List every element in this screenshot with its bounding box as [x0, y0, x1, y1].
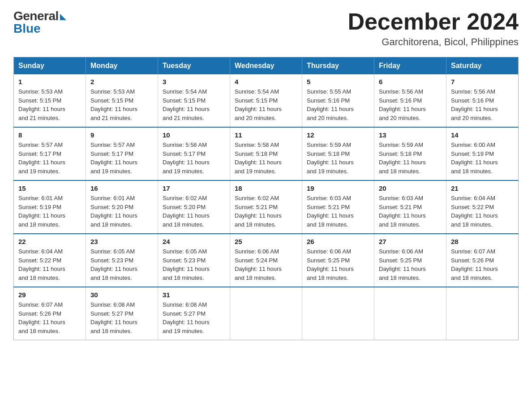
day-info: Sunrise: 6:01 AMSunset: 5:19 PMDaylight:…: [18, 195, 65, 228]
day-number: 30: [90, 291, 153, 299]
day-number: 5: [307, 78, 369, 86]
day-info: Sunrise: 6:06 AMSunset: 5:24 PMDaylight:…: [235, 248, 282, 281]
calendar-cell: 7 Sunrise: 5:56 AMSunset: 5:16 PMDayligh…: [446, 74, 519, 127]
day-number: 26: [307, 238, 369, 245]
calendar-cell: 19 Sunrise: 6:03 AMSunset: 5:21 PMDaylig…: [302, 180, 374, 234]
calendar-cell: [374, 287, 446, 340]
month-title: December 2024: [348, 9, 519, 34]
calendar-cell: 24 Sunrise: 6:05 AMSunset: 5:23 PMDaylig…: [158, 234, 230, 287]
calendar-cell: 11 Sunrise: 5:58 AMSunset: 5:18 PMDaylig…: [230, 127, 302, 180]
day-number: 7: [451, 78, 514, 86]
calendar-cell: 5 Sunrise: 5:55 AMSunset: 5:16 PMDayligh…: [302, 74, 374, 127]
weekday-header-friday: Friday: [374, 57, 446, 75]
calendar-cell: 16 Sunrise: 6:01 AMSunset: 5:20 PMDaylig…: [86, 180, 158, 234]
calendar-cell: 14 Sunrise: 6:00 AMSunset: 5:19 PMDaylig…: [446, 127, 519, 180]
day-info: Sunrise: 6:04 AMSunset: 5:22 PMDaylight:…: [18, 248, 65, 281]
calendar-cell: 21 Sunrise: 6:04 AMSunset: 5:22 PMDaylig…: [446, 180, 519, 234]
day-number: 12: [307, 131, 369, 139]
day-info: Sunrise: 6:02 AMSunset: 5:20 PMDaylight:…: [163, 195, 210, 228]
calendar-cell: 6 Sunrise: 5:56 AMSunset: 5:16 PMDayligh…: [374, 74, 446, 127]
day-info: Sunrise: 6:08 AMSunset: 5:27 PMDaylight:…: [163, 301, 210, 334]
day-info: Sunrise: 5:58 AMSunset: 5:18 PMDaylight:…: [235, 141, 282, 175]
weekday-header-tuesday: Tuesday: [158, 57, 230, 75]
day-info: Sunrise: 5:54 AMSunset: 5:15 PMDaylight:…: [163, 88, 210, 121]
calendar-cell: 12 Sunrise: 5:59 AMSunset: 5:18 PMDaylig…: [302, 127, 374, 180]
day-number: 23: [90, 238, 153, 245]
calendar-cell: 26 Sunrise: 6:06 AMSunset: 5:25 PMDaylig…: [302, 234, 374, 287]
calendar-cell: 3 Sunrise: 5:54 AMSunset: 5:15 PMDayligh…: [158, 74, 230, 127]
day-info: Sunrise: 5:57 AMSunset: 5:17 PMDaylight:…: [18, 141, 65, 175]
day-number: 3: [163, 78, 225, 86]
calendar-cell: 17 Sunrise: 6:02 AMSunset: 5:20 PMDaylig…: [158, 180, 230, 234]
day-info: Sunrise: 6:00 AMSunset: 5:19 PMDaylight:…: [451, 141, 498, 175]
day-number: 31: [163, 291, 225, 299]
day-number: 22: [18, 238, 81, 245]
day-number: 20: [379, 184, 442, 192]
day-number: 21: [451, 184, 514, 192]
day-number: 6: [379, 78, 442, 86]
calendar-cell: 29 Sunrise: 6:07 AMSunset: 5:26 PMDaylig…: [14, 287, 86, 340]
day-number: 11: [235, 131, 297, 139]
calendar-cell: 20 Sunrise: 6:03 AMSunset: 5:21 PMDaylig…: [374, 180, 446, 234]
day-info: Sunrise: 6:07 AMSunset: 5:26 PMDaylight:…: [18, 301, 65, 334]
location-title: Garchitorena, Bicol, Philippines: [348, 36, 519, 48]
day-number: 9: [90, 131, 153, 139]
calendar-cell: 8 Sunrise: 5:57 AMSunset: 5:17 PMDayligh…: [14, 127, 86, 180]
page-header: General Blue December 2024 Garchitorena,…: [13, 9, 519, 48]
day-info: Sunrise: 5:56 AMSunset: 5:16 PMDaylight:…: [451, 88, 498, 121]
day-info: Sunrise: 5:53 AMSunset: 5:15 PMDaylight:…: [90, 88, 137, 121]
day-info: Sunrise: 5:59 AMSunset: 5:18 PMDaylight:…: [379, 141, 426, 175]
day-number: 27: [379, 238, 442, 245]
day-info: Sunrise: 6:05 AMSunset: 5:23 PMDaylight:…: [90, 248, 137, 281]
day-number: 29: [18, 291, 81, 299]
day-number: 28: [451, 238, 514, 245]
weekday-header-sunday: Sunday: [14, 57, 86, 75]
weekday-header-monday: Monday: [86, 57, 158, 75]
calendar-cell: 23 Sunrise: 6:05 AMSunset: 5:23 PMDaylig…: [86, 234, 158, 287]
logo: General Blue: [13, 9, 66, 36]
weekday-header-wednesday: Wednesday: [230, 57, 302, 75]
day-info: Sunrise: 6:03 AMSunset: 5:21 PMDaylight:…: [307, 195, 354, 228]
day-number: 17: [163, 184, 225, 192]
day-number: 2: [90, 78, 153, 86]
day-number: 13: [379, 131, 442, 139]
calendar-cell: 2 Sunrise: 5:53 AMSunset: 5:15 PMDayligh…: [86, 74, 158, 127]
day-number: 25: [235, 238, 297, 245]
calendar-cell: 9 Sunrise: 5:57 AMSunset: 5:17 PMDayligh…: [86, 127, 158, 180]
day-info: Sunrise: 6:05 AMSunset: 5:23 PMDaylight:…: [163, 248, 210, 281]
day-number: 24: [163, 238, 225, 245]
day-info: Sunrise: 6:02 AMSunset: 5:21 PMDaylight:…: [235, 195, 282, 228]
calendar-cell: 25 Sunrise: 6:06 AMSunset: 5:24 PMDaylig…: [230, 234, 302, 287]
day-number: 10: [163, 131, 225, 139]
title-section: December 2024 Garchitorena, Bicol, Phili…: [348, 9, 519, 48]
calendar-cell: 10 Sunrise: 5:58 AMSunset: 5:17 PMDaylig…: [158, 127, 230, 180]
day-info: Sunrise: 6:06 AMSunset: 5:25 PMDaylight:…: [379, 248, 426, 281]
day-info: Sunrise: 6:07 AMSunset: 5:26 PMDaylight:…: [451, 248, 498, 281]
day-number: 15: [18, 184, 81, 192]
calendar-cell: 15 Sunrise: 6:01 AMSunset: 5:19 PMDaylig…: [14, 180, 86, 234]
calendar-cell: 27 Sunrise: 6:06 AMSunset: 5:25 PMDaylig…: [374, 234, 446, 287]
calendar-cell: [446, 287, 519, 340]
calendar-table: SundayMondayTuesdayWednesdayThursdayFrid…: [13, 57, 519, 340]
day-info: Sunrise: 6:08 AMSunset: 5:27 PMDaylight:…: [90, 301, 137, 334]
day-info: Sunrise: 5:58 AMSunset: 5:17 PMDaylight:…: [163, 141, 210, 175]
calendar-cell: 1 Sunrise: 5:53 AMSunset: 5:15 PMDayligh…: [14, 74, 86, 127]
calendar-cell: 22 Sunrise: 6:04 AMSunset: 5:22 PMDaylig…: [14, 234, 86, 287]
day-number: 8: [18, 131, 81, 139]
weekday-header-saturday: Saturday: [446, 57, 519, 75]
day-info: Sunrise: 6:06 AMSunset: 5:25 PMDaylight:…: [307, 248, 354, 281]
logo-blue-text: Blue: [13, 21, 41, 36]
calendar-cell: 28 Sunrise: 6:07 AMSunset: 5:26 PMDaylig…: [446, 234, 519, 287]
day-info: Sunrise: 5:56 AMSunset: 5:16 PMDaylight:…: [379, 88, 426, 121]
calendar-cell: [302, 287, 374, 340]
weekday-header-thursday: Thursday: [302, 57, 374, 75]
day-number: 19: [307, 184, 369, 192]
calendar-cell: 31 Sunrise: 6:08 AMSunset: 5:27 PMDaylig…: [158, 287, 230, 340]
day-number: 14: [451, 131, 514, 139]
calendar-cell: 4 Sunrise: 5:54 AMSunset: 5:15 PMDayligh…: [230, 74, 302, 127]
day-info: Sunrise: 5:57 AMSunset: 5:17 PMDaylight:…: [90, 141, 137, 175]
day-info: Sunrise: 6:01 AMSunset: 5:20 PMDaylight:…: [90, 195, 137, 228]
day-info: Sunrise: 5:53 AMSunset: 5:15 PMDaylight:…: [18, 88, 65, 121]
calendar-cell: 13 Sunrise: 5:59 AMSunset: 5:18 PMDaylig…: [374, 127, 446, 180]
day-number: 1: [18, 78, 81, 86]
